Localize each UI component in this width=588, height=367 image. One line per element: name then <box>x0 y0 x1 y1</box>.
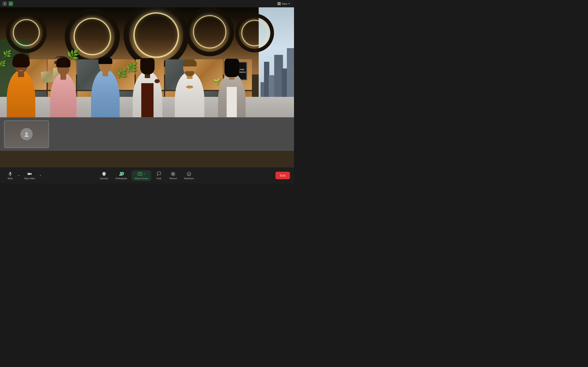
participants-icon-wrap: 6 <box>119 171 124 176</box>
share-screen-icon <box>138 171 142 176</box>
end-meeting-button[interactable]: End <box>276 172 290 179</box>
info-icon-button[interactable]: ℹ <box>2 1 7 6</box>
share-screen-label: Share Screen <box>135 177 148 180</box>
record-icon-wrap <box>171 171 176 176</box>
security-shield-icon <box>102 171 106 176</box>
participants-label: Participants <box>115 177 127 180</box>
svg-point-14 <box>187 172 191 176</box>
toolbar-left: Mute Stop Video <box>4 170 42 181</box>
share-screen-button[interactable]: Share Screen <box>132 170 151 181</box>
behind-participant-plant: 🌿 <box>115 68 129 84</box>
view-label: View <box>282 2 287 5</box>
view-button[interactable]: View <box>276 2 292 6</box>
record-button[interactable]: Record <box>167 170 180 181</box>
svg-point-4 <box>25 132 28 135</box>
chat-label: Chat <box>156 177 161 180</box>
video-camera-icon <box>27 171 32 176</box>
share-screen-chevron-icon <box>143 173 145 175</box>
stop-video-label: Stop Video <box>24 177 35 180</box>
toolbar-center: Security 6 Participants <box>97 170 197 181</box>
participant-1 <box>1 39 42 127</box>
chat-bubble-icon <box>156 171 161 176</box>
chat-icon-wrap <box>156 171 161 176</box>
svg-rect-0 <box>278 2 279 3</box>
mute-label: Mute <box>8 177 13 180</box>
top-bar: ℹ ✓ View <box>0 0 294 7</box>
chevron-up-icon <box>18 175 20 176</box>
security-button[interactable]: Security <box>97 170 111 181</box>
bottom-toolbar: Mute Stop Video <box>0 167 294 184</box>
record-circle-icon <box>171 171 176 176</box>
reactions-button[interactable]: Reactions <box>181 170 197 181</box>
reactions-emoji-icon <box>187 171 191 176</box>
video-chevron[interactable] <box>39 174 42 178</box>
chevron-up-icon-2 <box>40 175 41 176</box>
security-icon-wrap <box>102 171 106 176</box>
self-view-inner <box>4 121 49 148</box>
self-view-strip <box>0 117 294 151</box>
record-label: Record <box>169 177 177 180</box>
chat-button[interactable]: Chat <box>153 170 165 181</box>
participant-6 <box>211 39 252 127</box>
main-video-area: 🌿 🌿 <box>0 7 294 167</box>
shield-icon-button[interactable]: ✓ <box>9 1 13 6</box>
svg-rect-1 <box>279 2 281 3</box>
svg-rect-3 <box>279 4 281 5</box>
toolbar-right: End <box>276 172 290 179</box>
share-screen-icon-wrap <box>138 171 145 176</box>
self-view-box <box>4 120 49 148</box>
mute-chevron[interactable] <box>17 174 20 178</box>
security-label: Security <box>100 177 108 180</box>
participant-5 <box>169 39 210 127</box>
svg-rect-5 <box>9 172 11 174</box>
participant-4 <box>127 39 168 127</box>
reactions-label: Reactions <box>184 177 194 180</box>
svg-point-15 <box>188 173 189 174</box>
microphone-icon <box>8 171 13 176</box>
grid-view-icon <box>278 2 281 5</box>
svg-point-13 <box>172 173 174 175</box>
info-icon: ℹ <box>4 2 5 5</box>
svg-rect-8 <box>27 173 30 175</box>
self-camera-icon <box>24 131 30 137</box>
participant-2 <box>43 39 84 127</box>
svg-rect-2 <box>278 4 279 5</box>
top-bar-left: ℹ ✓ <box>2 1 13 6</box>
reactions-icon-wrap <box>187 171 191 176</box>
participants-button[interactable]: 6 Participants <box>112 170 130 181</box>
stop-video-button[interactable]: Stop Video <box>21 170 38 181</box>
shield-icon: ✓ <box>10 2 12 5</box>
svg-point-16 <box>190 173 190 174</box>
chevron-down-icon <box>288 3 290 4</box>
mute-button[interactable]: Mute <box>4 170 16 181</box>
